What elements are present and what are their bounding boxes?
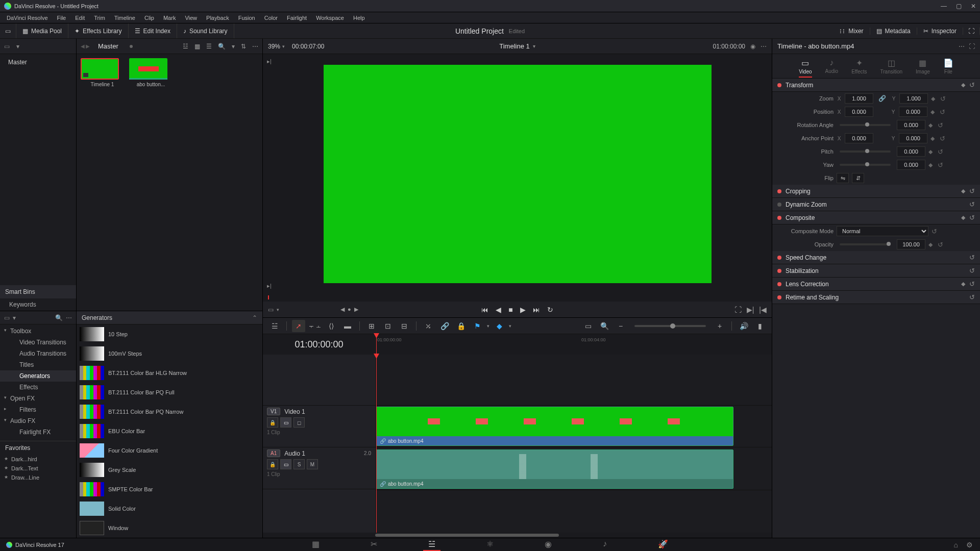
- rotation-input[interactable]: 0.000: [897, 120, 925, 130]
- smart-bin-keywords[interactable]: Keywords: [0, 298, 76, 311]
- reset-icon[interactable]: ↺: [932, 228, 939, 235]
- bin-dropdown-icon[interactable]: ▾: [16, 43, 19, 50]
- reset-icon[interactable]: ↺: [969, 81, 975, 89]
- media-pool-toggle[interactable]: ▦Media Pool: [16, 23, 68, 38]
- view-list-icon[interactable]: ☰: [206, 43, 212, 50]
- reset-icon[interactable]: ↺: [938, 241, 945, 248]
- settings-icon[interactable]: ⚙: [966, 541, 973, 549]
- track-head-a1[interactable]: A1 Audio 1 2.0 🔒 ▭ S M 1 Clip: [263, 447, 375, 489]
- nav-fwd-icon[interactable]: ▶: [86, 43, 90, 49]
- enable-dot-icon[interactable]: [777, 189, 781, 193]
- viewer-timeline-name[interactable]: Timeline 1: [499, 42, 529, 50]
- enable-dot-icon[interactable]: [777, 83, 781, 87]
- reset-icon[interactable]: ↺: [938, 121, 945, 129]
- view-metadata-icon[interactable]: ☳: [183, 43, 188, 50]
- pitch-slider[interactable]: [840, 151, 891, 153]
- yaw-input[interactable]: 0.000: [897, 160, 925, 170]
- generator-item[interactable]: BT.2111 Color Bar HLG Narrow: [77, 363, 262, 383]
- generator-item[interactable]: BT.2111 Color Bar PQ Full: [77, 383, 262, 402]
- fx-fav-item[interactable]: Draw...Line: [0, 473, 76, 482]
- mixer-toggle[interactable]: ⫶⫶Mixer: [833, 28, 870, 35]
- pos-y-input[interactable]: 0.000: [899, 107, 927, 117]
- menu-fairlight[interactable]: Fairlight: [282, 15, 311, 21]
- track-solo-button[interactable]: S: [293, 459, 305, 469]
- menu-playback[interactable]: Playback: [202, 15, 234, 21]
- zoom-x-input[interactable]: 1.000: [845, 93, 873, 104]
- menu-timeline[interactable]: Timeline: [110, 15, 140, 21]
- track-disable-button[interactable]: ◻: [293, 417, 305, 428]
- fx-cat-titles[interactable]: Titles: [0, 359, 76, 370]
- video-clip[interactable]: 🔗abo button.mp4: [376, 407, 733, 446]
- track-lock-button[interactable]: 🔒: [267, 417, 278, 428]
- pitch-input[interactable]: 0.000: [897, 146, 925, 157]
- inspector-tab-effects[interactable]: ✦Effects: [851, 58, 867, 74]
- blade-tool[interactable]: ▬: [341, 320, 354, 332]
- keyframe-icon[interactable]: ◆: [928, 148, 935, 155]
- minimize-button[interactable]: —: [941, 3, 947, 10]
- keyframe-icon[interactable]: ◆: [928, 122, 935, 129]
- reset-icon[interactable]: ↺: [938, 161, 945, 169]
- keyframe-icon[interactable]: ◆: [930, 135, 937, 142]
- fx-panel-dropdown-icon[interactable]: ▾: [13, 314, 16, 321]
- viewer-mode-icon[interactable]: ▭: [268, 306, 274, 313]
- page-color[interactable]: ◉: [540, 538, 557, 551]
- prev-edit-icon[interactable]: ▶|: [747, 306, 754, 314]
- detail-zoom-icon[interactable]: 🔍: [598, 320, 611, 332]
- inspector-tab-audio[interactable]: ♪Audio: [825, 58, 839, 74]
- fx-cat-audio-transitions[interactable]: Audio Transitions: [0, 348, 76, 359]
- chevron-down-icon[interactable]: ▾: [277, 307, 279, 312]
- composite-mode-select[interactable]: Normal: [837, 226, 928, 236]
- menu-help[interactable]: Help: [349, 15, 370, 21]
- inspector-tab-image[interactable]: ▦Image: [916, 58, 930, 74]
- fx-cat-filters[interactable]: Filters: [0, 404, 76, 415]
- clip-thumb-timeline1[interactable]: Timeline 1: [81, 58, 124, 87]
- inspector-tab-video[interactable]: ▭Video: [799, 58, 812, 78]
- page-edit[interactable]: ☱: [423, 538, 440, 551]
- menu-color[interactable]: Color: [260, 15, 282, 21]
- zoom-slider[interactable]: [634, 325, 706, 327]
- loop-button[interactable]: ↻: [547, 306, 553, 314]
- timeline-view-options[interactable]: ☱: [268, 320, 281, 332]
- enable-dot-icon[interactable]: [777, 295, 781, 299]
- viewer-zoom[interactable]: 39%: [268, 43, 280, 50]
- menu-davinci[interactable]: DaVinci Resolve: [2, 15, 53, 21]
- reset-icon[interactable]: ↺: [969, 293, 975, 301]
- keyframe-icon[interactable]: ◆: [928, 241, 935, 248]
- generator-item[interactable]: EBU Color Bar: [77, 421, 262, 441]
- link-icon[interactable]: 🔗: [878, 95, 886, 102]
- selection-tool[interactable]: ➚: [292, 320, 305, 332]
- audio-monitor-icon[interactable]: 🔊: [737, 320, 750, 332]
- menu-fusion[interactable]: Fusion: [234, 15, 260, 21]
- generator-item[interactable]: Solid Color: [77, 499, 262, 518]
- fx-search-icon[interactable]: 🔍: [55, 314, 63, 321]
- play-button[interactable]: ▶: [520, 306, 526, 314]
- page-deliver[interactable]: 🚀: [653, 538, 673, 551]
- zoom-y-input[interactable]: 1.000: [899, 93, 928, 104]
- flag-button[interactable]: ⚑: [471, 320, 484, 332]
- sort-icon[interactable]: ⇅: [241, 43, 246, 50]
- timeline-ruler[interactable]: 01:00:00:00 01:00:04:00: [375, 334, 772, 355]
- playhead[interactable]: [376, 334, 377, 355]
- reset-icon[interactable]: ↺: [940, 95, 947, 103]
- track-lock-button[interactable]: 🔒: [267, 459, 278, 469]
- nav-back-icon[interactable]: ◀: [81, 43, 85, 49]
- more-icon[interactable]: ⋯: [252, 43, 258, 50]
- reset-icon[interactable]: ↺: [940, 135, 947, 142]
- reset-icon[interactable]: ↺: [940, 108, 947, 116]
- full-extent-zoom-icon[interactable]: ▭: [581, 320, 595, 332]
- fx-cat-effects[interactable]: Effects: [0, 382, 76, 393]
- opacity-input[interactable]: 100.00: [897, 239, 925, 249]
- fx-panel-icon[interactable]: ▭: [4, 314, 10, 321]
- page-media[interactable]: ▦: [307, 538, 325, 551]
- page-fusion[interactable]: ⚛: [481, 538, 499, 551]
- dynamic-trim-tool[interactable]: ⟨⟩: [325, 320, 338, 332]
- fx-cat-audiofx[interactable]: Audio FX: [0, 415, 76, 427]
- chevron-down-icon[interactable]: ▾: [282, 44, 285, 49]
- menu-workspace[interactable]: Workspace: [311, 15, 349, 21]
- bin-master[interactable]: Master: [6, 57, 70, 67]
- breadcrumb-master[interactable]: Master: [98, 42, 118, 50]
- page-cut[interactable]: ✂: [365, 538, 382, 551]
- view-thumb-icon[interactable]: ▦: [194, 43, 200, 50]
- replace-clip-button[interactable]: ⊟: [398, 320, 411, 332]
- fx-cat-openfx[interactable]: Open FX: [0, 393, 76, 404]
